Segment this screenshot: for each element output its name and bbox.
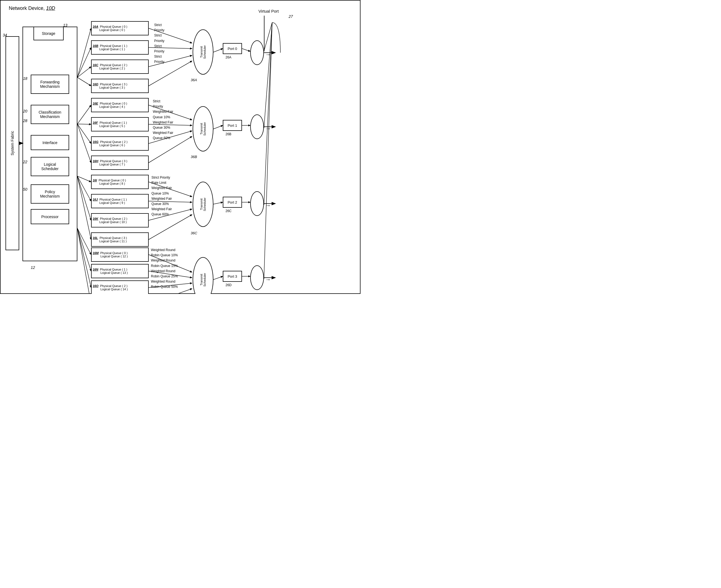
svg-line-7 <box>77 124 91 124</box>
forwarding-mechanism-box: ForwardingMechanism <box>31 75 69 94</box>
port-2-box: Port 2 <box>223 197 242 208</box>
vport-1 <box>250 114 264 139</box>
label-26B: 26B <box>226 132 231 136</box>
queue-box-16G: 16G Physical Queue ( 2 ) Logical Queue (… <box>91 136 149 151</box>
vport-0 <box>250 40 264 65</box>
transmit-scheduler-C: TransmitScheduler <box>193 182 213 227</box>
queue-box-16L: 16L Physical Queue ( 3 ) Logical Queue (… <box>91 232 149 247</box>
diagram-title: Network Device, 10D <box>9 5 55 11</box>
queue-box-16D: 16D Physical Queue ( 3 ) Logical Queue (… <box>91 79 149 93</box>
processor-box: Processor <box>31 209 69 224</box>
svg-line-15 <box>77 228 91 271</box>
label-36C: 36C <box>191 231 197 235</box>
transmit-scheduler-A: TransmitScheduler <box>193 29 213 75</box>
vport-line <box>264 16 264 51</box>
sched-text-D: Weighted RoundRobin Queue 10%Weighted Ro… <box>151 248 178 290</box>
label-28: 28 <box>23 119 27 123</box>
arrow-out-2: → <box>265 202 271 209</box>
queue-box-16C: 16C Physical Queue ( 2 ) Logical Queue (… <box>91 60 149 74</box>
svg-line-35 <box>213 125 223 129</box>
policy-mechanism-box: PolicyMechanism <box>31 184 69 204</box>
arrow-out-0: → <box>265 51 271 58</box>
queue-box-16F: 16F Physical Queue ( 1 ) Logical Queue (… <box>91 117 149 131</box>
label-20: 20 <box>23 109 27 113</box>
forwarding-label: ForwardingMechanism <box>40 80 60 89</box>
svg-line-16 <box>77 228 91 288</box>
label-36B: 36B <box>191 155 197 159</box>
label-50: 50 <box>23 187 27 191</box>
port-0-box: Port 0 <box>223 43 242 54</box>
label-22: 22 <box>23 160 27 164</box>
virtual-port-num: 27 <box>289 14 293 19</box>
svg-line-47 <box>264 22 272 128</box>
logical-scheduler-box: LogicalScheduler <box>31 157 69 176</box>
svg-line-5 <box>77 77 91 86</box>
svg-line-11 <box>77 176 91 201</box>
logical-label: LogicalScheduler <box>41 162 59 171</box>
sched-text-A: StrictPriorityStrictPriorityStrictPriori… <box>154 22 164 65</box>
svg-line-4 <box>77 67 91 77</box>
system-fabric-box: System Fabric <box>5 36 19 250</box>
vport-3 <box>250 265 264 290</box>
label-26D: 26D <box>226 283 232 287</box>
storage-label: Storage <box>42 31 55 36</box>
title-id: 10D <box>46 5 55 11</box>
processor-label: Processor <box>41 214 59 219</box>
storage-box: Storage <box>34 27 64 40</box>
label-26C: 26C <box>226 209 232 213</box>
label-12: 12 <box>31 265 35 270</box>
arrow-out-3: → <box>265 276 271 282</box>
svg-line-49 <box>264 22 272 279</box>
label-34: 34 <box>3 33 7 37</box>
queue-box-16M: 16M Physical Queue ( 0 ) Logical Queue (… <box>91 248 149 262</box>
svg-line-38 <box>242 48 250 51</box>
vport-2 <box>250 191 264 216</box>
title-text: Network Device, <box>9 5 45 11</box>
sched-text-B: StrictPriorityWeighted FairQueue 10%Weig… <box>153 99 173 141</box>
port-1-box: Port 1 <box>223 120 242 131</box>
label-13: 13 <box>63 23 67 27</box>
transmit-scheduler-D: TransmitScheduler <box>193 257 213 294</box>
queue-box-16J: 16J Physical Queue ( 1 ) Logical Queue (… <box>91 194 149 208</box>
queue-box-16A: 16A Physical Queue ( 0 ) Logical Queue (… <box>91 21 149 36</box>
svg-line-12 <box>77 176 91 220</box>
svg-line-29 <box>149 214 192 239</box>
policy-label: PolicyMechanism <box>40 190 60 198</box>
diagram-container: Network Device, 10D System Fabric 34 Sto… <box>0 0 360 294</box>
queue-box-16H: 16H Physical Queue ( 3 ) Logical Queue (… <box>91 155 149 170</box>
port-3-box: Port 3 <box>223 271 242 282</box>
sched-text-C: Strict PriorityRate LimitWeighted FairQu… <box>151 175 172 217</box>
svg-line-9 <box>77 124 91 163</box>
svg-line-37 <box>213 276 223 279</box>
arrow-out-1: → <box>265 125 271 132</box>
svg-line-36 <box>213 202 223 204</box>
label-36A: 36A <box>191 78 197 82</box>
label-18: 18 <box>23 76 27 81</box>
classification-label: ClassificationMechanism <box>39 110 61 119</box>
queue-box-16B: 16B Physical Queue ( 1 ) Logical Queue (… <box>91 40 149 55</box>
svg-line-13 <box>77 176 91 239</box>
queue-box-16O: 16O Physical Queue ( 2 ) Logical Queue (… <box>91 280 149 294</box>
svg-line-17 <box>77 228 91 293</box>
svg-line-3 <box>77 47 91 77</box>
svg-line-10 <box>77 176 91 182</box>
svg-line-14 <box>77 228 91 255</box>
label-26A: 26A <box>226 56 231 59</box>
queue-box-16E: 16E Physical Queue ( 0 ) Logical Queue (… <box>91 98 149 112</box>
svg-line-21 <box>149 61 192 86</box>
system-fabric-label: System Fabric <box>10 131 15 155</box>
svg-line-34 <box>213 48 223 52</box>
svg-line-2 <box>77 28 91 77</box>
svg-line-46 <box>264 22 272 51</box>
transmit-scheduler-B: TransmitScheduler <box>193 106 213 151</box>
virtual-port-label: Virtual Port <box>258 9 279 14</box>
svg-line-6 <box>77 105 91 124</box>
interface-label: Interface <box>43 141 57 145</box>
svg-line-48 <box>264 22 272 205</box>
queue-box-16N: 16N Physical Queue ( 1 ) Logical Queue (… <box>91 264 149 278</box>
classification-mechanism-box: ClassificationMechanism <box>31 105 69 124</box>
svg-line-8 <box>77 124 91 144</box>
interface-box: Interface <box>31 135 69 150</box>
queue-box-16K: 16K Physical Queue ( 2 ) Logical Queue (… <box>91 213 149 228</box>
queue-box-16I: 16I Physical Queue ( 0 ) Logical Queue (… <box>91 175 149 189</box>
